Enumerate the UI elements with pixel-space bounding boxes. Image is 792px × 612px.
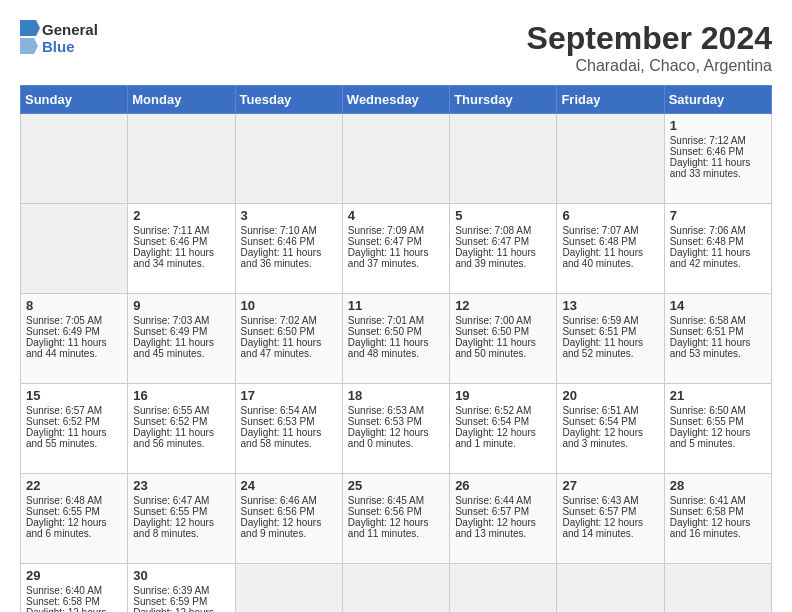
calendar-day-2: 2Sunrise: 7:11 AMSunset: 6:46 PMDaylight…: [128, 204, 235, 294]
day-number: 23: [133, 478, 229, 493]
logo-blue: Blue: [42, 38, 98, 55]
day-number: 1: [670, 118, 766, 133]
calendar-empty-cell: [128, 114, 235, 204]
calendar-empty-cell: [235, 564, 342, 613]
calendar-empty-cell: [450, 564, 557, 613]
calendar-day-25: 25Sunrise: 6:45 AMSunset: 6:56 PMDayligh…: [342, 474, 449, 564]
calendar-empty-cell: [342, 114, 449, 204]
logo-container: General Blue: [20, 20, 98, 56]
day-number: 6: [562, 208, 658, 223]
calendar-table: SundayMondayTuesdayWednesdayThursdayFrid…: [20, 85, 772, 612]
page-header: General Blue September 2024 Charadai, Ch…: [20, 20, 772, 75]
logo: General Blue: [20, 20, 98, 56]
day-number: 4: [348, 208, 444, 223]
calendar-empty-cell: [557, 564, 664, 613]
col-header-saturday: Saturday: [664, 86, 771, 114]
day-number: 20: [562, 388, 658, 403]
calendar-day-19: 19Sunrise: 6:52 AMSunset: 6:54 PMDayligh…: [450, 384, 557, 474]
calendar-day-11: 11Sunrise: 7:01 AMSunset: 6:50 PMDayligh…: [342, 294, 449, 384]
col-header-thursday: Thursday: [450, 86, 557, 114]
logo-general: General: [42, 21, 98, 38]
calendar-day-24: 24Sunrise: 6:46 AMSunset: 6:56 PMDayligh…: [235, 474, 342, 564]
day-number: 19: [455, 388, 551, 403]
calendar-day-3: 3Sunrise: 7:10 AMSunset: 6:46 PMDaylight…: [235, 204, 342, 294]
calendar-day-13: 13Sunrise: 6:59 AMSunset: 6:51 PMDayligh…: [557, 294, 664, 384]
day-number: 5: [455, 208, 551, 223]
calendar-day-30: 30Sunrise: 6:39 AMSunset: 6:59 PMDayligh…: [128, 564, 235, 613]
calendar-day-20: 20Sunrise: 6:51 AMSunset: 6:54 PMDayligh…: [557, 384, 664, 474]
calendar-day-10: 10Sunrise: 7:02 AMSunset: 6:50 PMDayligh…: [235, 294, 342, 384]
calendar-empty-cell: [557, 114, 664, 204]
calendar-day-18: 18Sunrise: 6:53 AMSunset: 6:53 PMDayligh…: [342, 384, 449, 474]
calendar-week-6: 29Sunrise: 6:40 AMSunset: 6:58 PMDayligh…: [21, 564, 772, 613]
calendar-empty-cell: [21, 114, 128, 204]
logo-text-block: General Blue: [20, 20, 98, 56]
calendar-day-15: 15Sunrise: 6:57 AMSunset: 6:52 PMDayligh…: [21, 384, 128, 474]
calendar-day-27: 27Sunrise: 6:43 AMSunset: 6:57 PMDayligh…: [557, 474, 664, 564]
day-number: 9: [133, 298, 229, 313]
day-number: 13: [562, 298, 658, 313]
svg-marker-0: [20, 20, 40, 36]
calendar-day-9: 9Sunrise: 7:03 AMSunset: 6:49 PMDaylight…: [128, 294, 235, 384]
day-number: 28: [670, 478, 766, 493]
day-number: 21: [670, 388, 766, 403]
calendar-week-2: 2Sunrise: 7:11 AMSunset: 6:46 PMDaylight…: [21, 204, 772, 294]
calendar-day-12: 12Sunrise: 7:00 AMSunset: 6:50 PMDayligh…: [450, 294, 557, 384]
title-block: September 2024 Charadai, Chaco, Argentin…: [527, 20, 772, 75]
day-number: 27: [562, 478, 658, 493]
day-number: 15: [26, 388, 122, 403]
calendar-header-row: SundayMondayTuesdayWednesdayThursdayFrid…: [21, 86, 772, 114]
calendar-week-3: 8Sunrise: 7:05 AMSunset: 6:49 PMDaylight…: [21, 294, 772, 384]
col-header-wednesday: Wednesday: [342, 86, 449, 114]
day-number: 26: [455, 478, 551, 493]
day-number: 24: [241, 478, 337, 493]
day-number: 18: [348, 388, 444, 403]
day-number: 22: [26, 478, 122, 493]
col-header-tuesday: Tuesday: [235, 86, 342, 114]
calendar-empty-cell: [664, 564, 771, 613]
calendar-day-6: 6Sunrise: 7:07 AMSunset: 6:48 PMDaylight…: [557, 204, 664, 294]
calendar-week-1: 1Sunrise: 7:12 AMSunset: 6:46 PMDaylight…: [21, 114, 772, 204]
calendar-day-21: 21Sunrise: 6:50 AMSunset: 6:55 PMDayligh…: [664, 384, 771, 474]
day-number: 30: [133, 568, 229, 583]
calendar-week-5: 22Sunrise: 6:48 AMSunset: 6:55 PMDayligh…: [21, 474, 772, 564]
calendar-day-8: 8Sunrise: 7:05 AMSunset: 6:49 PMDaylight…: [21, 294, 128, 384]
day-number: 14: [670, 298, 766, 313]
calendar-day-23: 23Sunrise: 6:47 AMSunset: 6:55 PMDayligh…: [128, 474, 235, 564]
calendar-day-14: 14Sunrise: 6:58 AMSunset: 6:51 PMDayligh…: [664, 294, 771, 384]
calendar-day-1: 1Sunrise: 7:12 AMSunset: 6:46 PMDaylight…: [664, 114, 771, 204]
calendar-day-5: 5Sunrise: 7:08 AMSunset: 6:47 PMDaylight…: [450, 204, 557, 294]
calendar-day-16: 16Sunrise: 6:55 AMSunset: 6:52 PMDayligh…: [128, 384, 235, 474]
location-title: Charadai, Chaco, Argentina: [527, 57, 772, 75]
day-number: 7: [670, 208, 766, 223]
month-title: September 2024: [527, 20, 772, 57]
col-header-monday: Monday: [128, 86, 235, 114]
calendar-day-28: 28Sunrise: 6:41 AMSunset: 6:58 PMDayligh…: [664, 474, 771, 564]
calendar-day-29: 29Sunrise: 6:40 AMSunset: 6:58 PMDayligh…: [21, 564, 128, 613]
calendar-day-4: 4Sunrise: 7:09 AMSunset: 6:47 PMDaylight…: [342, 204, 449, 294]
calendar-day-26: 26Sunrise: 6:44 AMSunset: 6:57 PMDayligh…: [450, 474, 557, 564]
calendar-day-22: 22Sunrise: 6:48 AMSunset: 6:55 PMDayligh…: [21, 474, 128, 564]
day-number: 16: [133, 388, 229, 403]
day-number: 8: [26, 298, 122, 313]
day-number: 12: [455, 298, 551, 313]
day-number: 2: [133, 208, 229, 223]
day-number: 17: [241, 388, 337, 403]
svg-marker-1: [20, 38, 38, 54]
calendar-empty-cell: [450, 114, 557, 204]
calendar-day-7: 7Sunrise: 7:06 AMSunset: 6:48 PMDaylight…: [664, 204, 771, 294]
calendar-empty-cell: [342, 564, 449, 613]
logo-words: General Blue: [42, 21, 98, 56]
day-number: 11: [348, 298, 444, 313]
col-header-sunday: Sunday: [21, 86, 128, 114]
day-number: 3: [241, 208, 337, 223]
logo-shape-icon: [20, 20, 40, 56]
col-header-friday: Friday: [557, 86, 664, 114]
calendar-day-17: 17Sunrise: 6:54 AMSunset: 6:53 PMDayligh…: [235, 384, 342, 474]
calendar-week-4: 15Sunrise: 6:57 AMSunset: 6:52 PMDayligh…: [21, 384, 772, 474]
calendar-empty-cell: [21, 204, 128, 294]
day-number: 25: [348, 478, 444, 493]
day-number: 10: [241, 298, 337, 313]
day-number: 29: [26, 568, 122, 583]
calendar-empty-cell: [235, 114, 342, 204]
